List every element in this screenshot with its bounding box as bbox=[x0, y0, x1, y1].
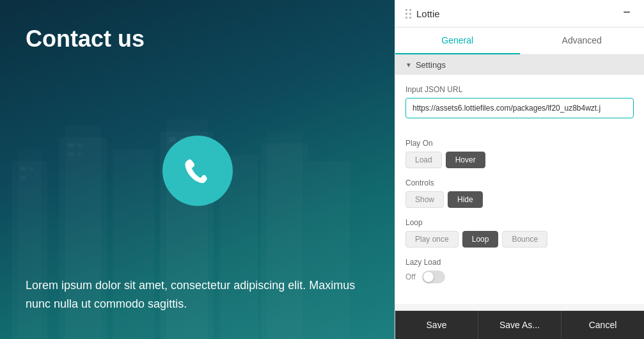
drag-handle-icon bbox=[405, 9, 411, 19]
controls-show-button[interactable]: Show bbox=[405, 191, 444, 208]
section-body: Input JSON URL Play On Load Hover Contro… bbox=[395, 75, 644, 304]
tab-bar: General Advanced bbox=[395, 28, 644, 55]
loop-play-once-button[interactable]: Play once bbox=[405, 231, 459, 248]
save-as-button[interactable]: Save As... bbox=[478, 311, 562, 339]
tab-general[interactable]: General bbox=[395, 28, 520, 54]
preview-body-text: Lorem ipsum dolor sit amet, consectetur … bbox=[26, 276, 369, 313]
controls-label: Controls bbox=[405, 178, 634, 187]
panel-header-left: Lottie bbox=[405, 8, 440, 19]
cancel-button[interactable]: Cancel bbox=[562, 311, 644, 339]
loop-bounce-button[interactable]: Bounce bbox=[502, 231, 547, 248]
lazy-load-off-label: Off bbox=[405, 272, 416, 281]
loop-loop-button[interactable]: Loop bbox=[462, 231, 499, 248]
preview-title-container: Contact us bbox=[26, 26, 369, 65]
svg-rect-13 bbox=[20, 176, 25, 180]
preview-panel: Contact us Lorem ipsum dolor sit amet, c… bbox=[0, 0, 395, 339]
settings-content: ▼ Settings Input JSON URL Play On Load H… bbox=[395, 55, 644, 310]
svg-rect-11 bbox=[20, 167, 25, 171]
lazy-load-field: Lazy Load Off bbox=[405, 258, 634, 283]
chevron-down-icon: ▼ bbox=[405, 61, 412, 68]
play-on-label: Play On bbox=[405, 139, 634, 148]
section-label: Settings bbox=[416, 60, 446, 70]
panel-header: Lottie bbox=[395, 0, 644, 28]
svg-rect-22 bbox=[624, 12, 630, 13]
loop-label: Loop bbox=[405, 218, 634, 227]
play-on-load-button[interactable]: Load bbox=[405, 152, 442, 168]
settings-section-header[interactable]: ▼ Settings bbox=[395, 55, 644, 75]
play-on-field: Play On Load Hover bbox=[405, 139, 634, 168]
panel-title: Lottie bbox=[416, 8, 440, 19]
play-on-options: Load Hover bbox=[405, 152, 634, 168]
minimize-button[interactable] bbox=[620, 6, 634, 20]
panel-footer: Save Save As... Cancel bbox=[395, 310, 644, 339]
tab-advanced[interactable]: Advanced bbox=[520, 28, 645, 54]
lazy-load-toggle-row: Off bbox=[405, 271, 634, 283]
preview-text-container: Lorem ipsum dolor sit amet, consectetur … bbox=[26, 276, 369, 313]
lottie-animation-area bbox=[26, 65, 369, 276]
settings-panel: Lottie General Advanced ▼ Settings Input… bbox=[395, 0, 644, 339]
controls-field: Controls Show Hide bbox=[405, 178, 634, 208]
json-url-input[interactable] bbox=[405, 98, 634, 118]
controls-options: Show Hide bbox=[405, 191, 634, 208]
play-on-hover-button[interactable]: Hover bbox=[446, 152, 485, 168]
json-url-field: Input JSON URL bbox=[405, 85, 634, 129]
lazy-load-toggle[interactable] bbox=[422, 271, 445, 283]
lazy-load-label: Lazy Load bbox=[405, 258, 634, 267]
loop-field: Loop Play once Loop Bounce bbox=[405, 218, 634, 248]
phone-icon bbox=[181, 154, 214, 187]
loop-options: Play once Loop Bounce bbox=[405, 231, 634, 248]
save-button[interactable]: Save bbox=[395, 311, 478, 339]
page-title: Contact us bbox=[26, 26, 369, 52]
minimize-icon bbox=[622, 8, 631, 17]
phone-icon-circle bbox=[162, 136, 233, 206]
json-url-label: Input JSON URL bbox=[405, 85, 634, 94]
controls-hide-button[interactable]: Hide bbox=[448, 191, 483, 208]
